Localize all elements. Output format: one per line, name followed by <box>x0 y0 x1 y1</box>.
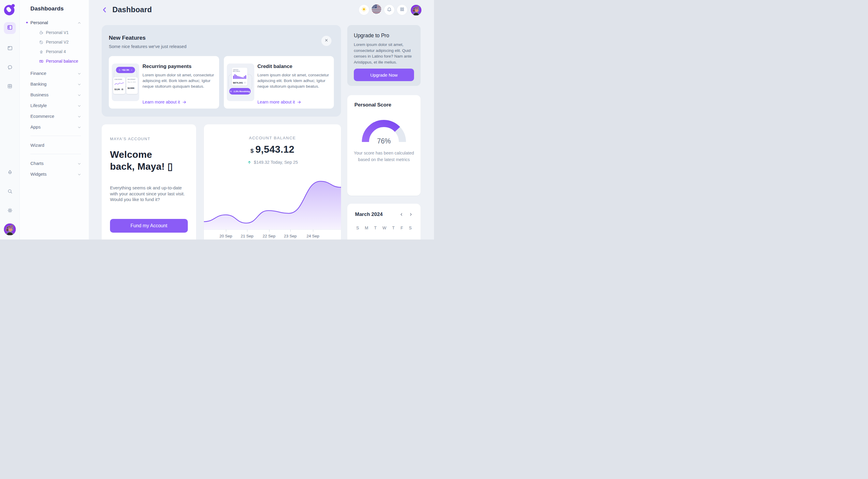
bell-icon <box>386 6 392 13</box>
sidebar-item-personal-balance[interactable]: Personal balance <box>30 56 81 66</box>
rail-item-tables[interactable] <box>4 81 16 93</box>
sidebar-layout-icon <box>6 24 13 32</box>
score-value: 76% <box>360 137 408 145</box>
rail-avatar[interactable] <box>4 223 16 235</box>
theme-toggle-button[interactable] <box>359 5 369 15</box>
feature-learn-more-link[interactable]: Learn more about it <box>257 100 330 104</box>
mini-card-credit-balance: CREDIT BALANCE $874,341 <box>232 68 247 86</box>
us-flag-icon <box>371 4 381 16</box>
arrow-right-icon <box>182 100 187 104</box>
credit-card-icon <box>244 81 246 84</box>
rail-item-dashboards[interactable] <box>4 22 16 34</box>
feature-body: Lorem ipsum dolor sit amet, consectetur … <box>257 72 330 89</box>
sidebar-section-business[interactable]: Business <box>30 89 81 100</box>
sidebar-panel: Dashboards Personal Personal V1 Personal… <box>20 0 89 239</box>
balance-area-chart <box>204 179 341 229</box>
rail-item-windows[interactable] <box>4 43 16 55</box>
sidebar-section-ecommerce[interactable]: Ecommerce <box>30 111 81 121</box>
calendar-prev-button[interactable] <box>399 212 404 216</box>
banner-title: New Features <box>109 35 334 41</box>
icon-rail <box>0 0 20 239</box>
recurring-payments-illustration: +$2.5K CHECKING $12K RE <box>112 63 139 101</box>
mini-bar-chart <box>233 73 246 79</box>
chevron-down-icon <box>78 114 81 118</box>
app-root: Dashboards Personal Personal V1 Personal… <box>0 0 434 239</box>
feature-learn-more-link[interactable]: Learn more about it <box>143 100 214 104</box>
calendar-weekday-header: S M T W T F S <box>355 226 413 230</box>
mini-sparkline <box>115 82 124 86</box>
score-description: Your score has been calculated based on … <box>352 150 415 163</box>
rail-item-search[interactable] <box>4 186 16 198</box>
banner-close-button[interactable] <box>321 36 332 46</box>
illo-pill-amount: +$2.5K <box>122 69 129 71</box>
balance-amount: $ 9,543.12 <box>204 144 341 155</box>
notifications-button[interactable] <box>384 5 394 15</box>
sidebar-section-banking[interactable]: Banking <box>30 79 81 89</box>
score-gauge: 76% <box>360 118 408 144</box>
account-balance-card: ACCOUNT BALANCE $ 9,543.12 $149.32 Today… <box>204 124 341 239</box>
chevron-down-icon <box>78 125 81 128</box>
mini-card-recipient: RECIPIENT May 12, 2023 $239K <box>126 77 138 94</box>
sidebar-item-personal-v1[interactable]: Personal V1 <box>30 28 81 37</box>
back-button[interactable] <box>101 6 108 14</box>
upgrade-body: Lorem ipsum dolor sit amet, consectetur … <box>354 42 414 65</box>
sidebar-section-lifestyle[interactable]: Lifestyle <box>30 100 81 111</box>
banner-subtitle: Some nice features we've just released <box>109 44 334 49</box>
sidebar-section-charts[interactable]: Charts <box>30 158 81 169</box>
welcome-body: Everything seems ok and up-to-date with … <box>110 185 188 203</box>
sidebar-section-personal[interactable]: Personal <box>30 17 81 28</box>
credit-balance-illustration: CREDIT BALANCE $874,341 2.3% Revolving <box>227 63 254 101</box>
water-drop-icon <box>7 169 13 177</box>
arrow-up-icon <box>247 160 252 164</box>
welcome-eyebrow: MAYA'S ACCOUNT <box>110 137 188 141</box>
apps-menu-button[interactable] <box>397 5 407 15</box>
language-button[interactable] <box>371 5 381 15</box>
back-chevron-icon <box>101 6 108 14</box>
new-features-banner: New Features Some nice features we've ju… <box>102 25 341 117</box>
welcome-title: Welcome back, Maya! ▯ <box>110 149 188 172</box>
calendar-month-title: March 2024 <box>355 211 399 217</box>
feature-cards-row: +$2.5K CHECKING $12K RE <box>109 56 334 109</box>
user-avatar[interactable] <box>411 5 422 16</box>
sidebar-section-finance[interactable]: Finance <box>30 68 81 79</box>
upgrade-title: Upgrade to Pro <box>354 32 414 39</box>
chevron-down-icon <box>78 172 81 176</box>
sidebar-item-personal-4[interactable]: Personal 4 <box>30 47 81 56</box>
calendar-next-button[interactable] <box>409 212 413 216</box>
sidebar-item-label: Personal V1 <box>46 30 68 35</box>
chevron-down-icon <box>78 93 81 96</box>
rail-item-drop[interactable] <box>4 167 16 179</box>
bank-icon <box>121 88 124 91</box>
sidebar-item-label: Personal V2 <box>46 40 68 44</box>
sidebar-item-label: Personal balance <box>46 59 78 63</box>
x-tick-label: 23 Sep <box>284 234 297 238</box>
personal-score-card: Personal Score 76% Your score has been c… <box>347 95 421 196</box>
coffee-cup-icon <box>39 30 44 35</box>
brand-logo-icon[interactable] <box>4 4 16 16</box>
feature-title: Credit balance <box>257 63 330 69</box>
upgrade-now-button[interactable]: Upgrade Now <box>354 69 414 81</box>
score-title: Personal Score <box>347 95 421 108</box>
feature-card-recurring-payments: +$2.5K CHECKING $12K RE <box>109 56 219 109</box>
arrow-right-icon <box>130 69 133 71</box>
x-tick-label: 22 Sep <box>262 234 275 238</box>
welcome-card: MAYA'S ACCOUNT Welcome back, Maya! ▯ Eve… <box>102 124 196 239</box>
rail-item-settings[interactable] <box>4 205 16 217</box>
rail-item-chat[interactable] <box>4 62 16 74</box>
sidebar-section-apps[interactable]: Apps <box>30 121 81 132</box>
chart-x-axis: 20 Sep 21 Sep 22 Sep 23 Sep 24 Sep <box>204 229 341 239</box>
balance-eyebrow: ACCOUNT BALANCE <box>204 136 341 140</box>
x-tick-label: 20 Sep <box>219 234 232 238</box>
banknote-icon <box>39 59 44 64</box>
feature-title: Recurring payments <box>143 63 214 69</box>
sidebar-item-personal-v2[interactable]: Personal V2 <box>30 37 81 47</box>
chevron-up-icon <box>78 21 81 24</box>
balance-value: 9,543.12 <box>255 144 294 155</box>
balance-change: $149.32 Today, Sep 25 <box>204 160 341 164</box>
sidebar-section-widgets[interactable]: Widgets <box>30 169 81 179</box>
chevron-left-icon <box>399 212 404 216</box>
upgrade-card: Upgrade to Pro Lorem ipsum dolor sit ame… <box>347 25 421 86</box>
sidebar-item-wizard[interactable]: Wizard <box>30 140 81 150</box>
feature-card-credit-balance: CREDIT BALANCE $874,341 2.3% Revolving C… <box>224 56 334 109</box>
fund-account-button[interactable]: Fund my Account <box>110 219 188 233</box>
